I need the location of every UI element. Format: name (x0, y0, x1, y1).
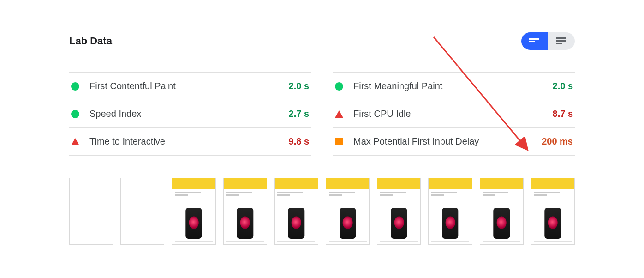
svg-rect-2 (556, 37, 566, 39)
view-toggle (521, 32, 575, 50)
filmstrip-frame (172, 178, 215, 245)
status-pass-icon (71, 110, 79, 118)
metric-value: 2.7 s (289, 109, 309, 119)
svg-rect-0 (529, 38, 539, 40)
short-text-icon (529, 37, 540, 45)
metric-row[interactable]: First Contentful Paint 2.0 s (69, 72, 311, 100)
filmstrip-frame (274, 178, 318, 245)
metric-row[interactable]: First CPU Idle 8.7 s (333, 100, 575, 127)
metric-value: 200 ms (542, 136, 573, 147)
metric-label: Time to Interactive (89, 136, 289, 147)
status-pass-icon (71, 82, 79, 91)
metric-value: 8.7 s (553, 109, 573, 119)
metrics-column-left: First Contentful Paint 2.0 s Speed Index… (69, 72, 311, 156)
svg-rect-3 (556, 40, 566, 42)
filmstrip-frame (480, 178, 524, 245)
view-summary-button[interactable] (521, 32, 548, 50)
metric-label: First Meaningful Paint (353, 81, 553, 91)
status-average-icon (335, 138, 343, 146)
svg-rect-1 (529, 41, 535, 42)
metric-row[interactable]: First Meaningful Paint 2.0 s (333, 72, 575, 100)
filmstrip-frame (531, 178, 575, 245)
section-title: Lab Data (69, 35, 112, 47)
status-fail-icon (335, 110, 343, 118)
metric-value: 2.0 s (289, 81, 309, 91)
filmstrip-frame (377, 178, 421, 245)
metrics-column-right: First Meaningful Paint 2.0 s First CPU I… (333, 72, 575, 156)
filmstrip-frame (428, 178, 472, 245)
filmstrip-frame (120, 178, 164, 245)
metric-label: Max Potential First Input Delay (353, 136, 542, 147)
metric-value: 9.8 s (289, 136, 309, 147)
status-pass-icon (335, 82, 343, 91)
status-fail-icon (71, 138, 79, 146)
metric-row[interactable]: Time to Interactive 9.8 s (69, 127, 311, 156)
metric-row[interactable]: Speed Index 2.7 s (69, 100, 311, 127)
metric-value: 2.0 s (553, 81, 573, 91)
metric-label: First Contentful Paint (89, 81, 289, 91)
svg-rect-4 (556, 43, 562, 44)
metric-row[interactable]: Max Potential First Input Delay 200 ms (333, 127, 575, 156)
filmstrip-frame (69, 178, 113, 245)
menu-icon (556, 37, 567, 45)
view-detail-button[interactable] (548, 32, 575, 50)
filmstrip-frame (326, 178, 370, 245)
filmstrip (69, 178, 575, 245)
metric-label: First CPU Idle (353, 109, 553, 119)
filmstrip-frame (223, 178, 267, 245)
metric-label: Speed Index (89, 109, 289, 119)
